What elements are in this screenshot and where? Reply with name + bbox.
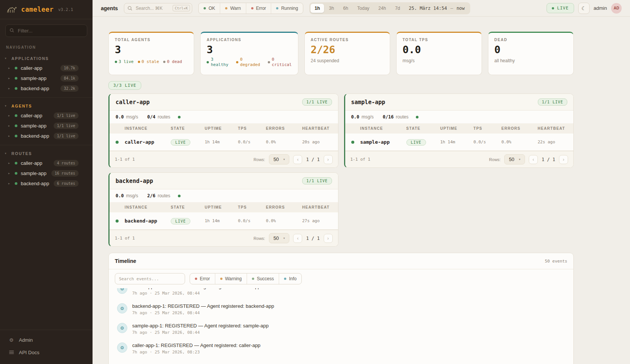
filter-chip-running[interactable]: Running bbox=[271, 3, 303, 14]
app-title[interactable]: sample-app bbox=[351, 99, 385, 106]
errors-value: 0.0% bbox=[266, 140, 302, 144]
rows-per-page-select[interactable]: 50 ▾ bbox=[269, 154, 289, 164]
section-header-agents[interactable]: ▾ AGENTS bbox=[0, 101, 93, 111]
column-header[interactable]: ERRORS bbox=[266, 126, 302, 131]
stat-card-applications: APPLICATIONS 3 3 healthy 0 de bbox=[200, 32, 298, 75]
timeline-event[interactable]: ⚙ sample-app-1: REGISTERED — Agent regis… bbox=[115, 319, 567, 339]
time-range-display[interactable]: 25. März 14:54 — now bbox=[405, 6, 469, 11]
chip-label: OK bbox=[208, 6, 215, 11]
legend-text: critical bbox=[272, 62, 292, 68]
timeline-title: Timeline bbox=[115, 258, 136, 264]
column-header[interactable]: STATE bbox=[171, 205, 205, 209]
sidebar-item[interactable]: ▸ caller-app 1/1 live bbox=[0, 111, 93, 121]
time-range-today[interactable]: Today bbox=[353, 4, 374, 13]
time-range-1h[interactable]: 1h bbox=[310, 4, 324, 13]
column-header[interactable]: HEARTBEAT bbox=[538, 126, 574, 131]
next-page-button[interactable]: › bbox=[559, 155, 568, 164]
filter-chip-warning[interactable]: Warning bbox=[215, 273, 247, 284]
app-live-badge: 1/1 LIVE bbox=[302, 177, 332, 184]
status-dot bbox=[15, 172, 17, 175]
theme-toggle-button[interactable]: ☾ bbox=[578, 3, 590, 14]
section-header-applications[interactable]: ▾ APPLICATIONS bbox=[0, 53, 93, 63]
rows-value: 50 bbox=[273, 235, 279, 241]
prev-page-button[interactable]: ‹ bbox=[293, 234, 302, 243]
next-page-button[interactable]: › bbox=[324, 234, 333, 243]
sidebar-item[interactable]: ▸ backend-app 1/1 live bbox=[0, 131, 93, 141]
stat-card-active-routes: ACTIVE ROUTES 2/26 24 suspended bbox=[304, 32, 390, 75]
rows-per-page-select[interactable]: 50 ▾ bbox=[504, 154, 525, 164]
sidebar-item[interactable]: ▸ caller-app 4 routes bbox=[0, 158, 93, 168]
column-header[interactable]: INSTANCE bbox=[360, 126, 406, 131]
table-row[interactable]: backend-app LIVE 1h 14m 0.0/s 0.0% 27s a… bbox=[110, 212, 338, 230]
column-header[interactable]: TPS bbox=[474, 126, 502, 131]
uptime-value: 1h 14m bbox=[205, 218, 238, 223]
topbar: agents Ctrl+K OK Warn Error Ru bbox=[93, 0, 630, 17]
sidebar-item[interactable]: ▸ backend-app 6 routes bbox=[0, 178, 93, 189]
sidebar-item[interactable]: ▸ sample-app 1/1 live bbox=[0, 121, 93, 131]
timeline-event[interactable]: ⚙ caller-app-1: REGISTERED — Agent regis… bbox=[115, 339, 567, 358]
range-separator: — bbox=[450, 6, 453, 11]
time-range-7d[interactable]: 7d bbox=[391, 4, 404, 13]
sidebar-item[interactable]: ▸ backend-app 32.2k bbox=[0, 83, 93, 94]
filter-chip-success[interactable]: Success bbox=[247, 273, 279, 284]
item-badge: 84.1k bbox=[60, 75, 79, 81]
filter-chip-error[interactable]: Error bbox=[246, 3, 271, 14]
chevron-right-icon: ▸ bbox=[8, 124, 11, 127]
column-header[interactable]: STATE bbox=[406, 126, 440, 131]
app-routes-value: 2/6 bbox=[147, 193, 156, 198]
sidebar-item-api-docs[interactable]: API Docs bbox=[0, 346, 93, 359]
table-row[interactable]: caller-app LIVE 1h 14m 0.0/s 0.0% 20s ag… bbox=[110, 134, 338, 151]
next-page-button[interactable]: › bbox=[324, 155, 333, 164]
item-label: backend-app bbox=[21, 86, 57, 91]
avatar[interactable]: AD bbox=[611, 3, 622, 14]
prev-page-button[interactable]: ‹ bbox=[529, 155, 538, 164]
column-header[interactable]: UPTIME bbox=[205, 205, 238, 209]
prev-page-button[interactable]: ‹ bbox=[293, 155, 302, 164]
filter-chip-info[interactable]: Info bbox=[279, 273, 301, 284]
section-header-routes[interactable]: ▾ ROUTES bbox=[0, 148, 93, 158]
sidebar-item[interactable]: ▸ caller-app 10.7k bbox=[0, 63, 93, 73]
legend-dot bbox=[236, 61, 238, 63]
legend-text: 0 stale bbox=[142, 59, 159, 64]
timeline-event[interactable]: ⚙ backend-app-1: REGISTERED — Agent regi… bbox=[115, 299, 567, 319]
filter-chip-warn[interactable]: Warn bbox=[220, 3, 246, 14]
app-title[interactable]: caller-app bbox=[116, 99, 150, 106]
caret-down-icon: ▾ bbox=[283, 158, 285, 161]
timeline-event[interactable]: ⚙ caller-app-1: REGISTERED — Agent regis… bbox=[115, 288, 567, 299]
sidebar-item[interactable]: ▸ sample-app 84.1k bbox=[0, 73, 93, 83]
live-status-badge: LIVE bbox=[547, 3, 574, 13]
sidebar-item[interactable]: ▸ sample-app 16 routes bbox=[0, 168, 93, 178]
table-header: INSTANCE STATE UPTIME TPS ERRORS HEARTBE… bbox=[345, 123, 574, 134]
time-range-6h[interactable]: 6h bbox=[339, 4, 352, 13]
column-header[interactable]: TPS bbox=[238, 126, 266, 131]
column-header[interactable]: ERRORS bbox=[502, 126, 538, 131]
column-header[interactable]: UPTIME bbox=[440, 126, 474, 131]
event-timestamp: 7h ago · 25 Mar 2026, 08:23 bbox=[132, 350, 261, 355]
filter-chip-error[interactable]: Error bbox=[190, 273, 215, 284]
table-row[interactable]: sample-app LIVE 1h 14m 0.0/s 0.0% 22s ag… bbox=[345, 134, 574, 151]
legend-dot bbox=[268, 61, 270, 63]
column-header[interactable]: STATE bbox=[171, 126, 205, 131]
sidebar-item-admin[interactable]: ⚙ Admin bbox=[0, 334, 93, 346]
rows-per-page-select[interactable]: 50 ▾ bbox=[269, 233, 289, 243]
sidebar-filter-input[interactable] bbox=[5, 25, 87, 37]
column-header[interactable]: HEARTBEAT bbox=[302, 126, 338, 131]
app-title[interactable]: backend-app bbox=[116, 178, 153, 184]
column-header[interactable]: TPS bbox=[238, 205, 266, 209]
timeline-search-input[interactable] bbox=[115, 273, 185, 284]
time-range-3h[interactable]: 3h bbox=[325, 4, 338, 13]
column-header[interactable]: INSTANCE bbox=[125, 205, 171, 209]
filter-chip-ok[interactable]: OK bbox=[199, 3, 220, 14]
dashboard-content: TOTAL AGENTS 3 3 live 0 stale 0 dead bbox=[108, 32, 574, 364]
nav-section-applications: ▾ APPLICATIONS ▸ caller-app 10.7k ▸ samp… bbox=[0, 50, 93, 97]
column-header[interactable]: INSTANCE bbox=[125, 126, 171, 131]
stat-subtext: all healthy bbox=[494, 58, 567, 63]
item-label: sample-app bbox=[21, 75, 57, 81]
column-header[interactable]: HEARTBEAT bbox=[302, 205, 338, 209]
gear-icon: ⚙ bbox=[117, 303, 127, 313]
time-range-24h[interactable]: 24h bbox=[374, 4, 390, 13]
timeline-events[interactable]: ⚙ caller-app-1: REGISTERED — Agent regis… bbox=[109, 288, 573, 364]
column-header[interactable]: UPTIME bbox=[205, 126, 238, 131]
footer-item-label: Admin bbox=[19, 337, 33, 343]
column-header[interactable]: ERRORS bbox=[266, 205, 302, 209]
